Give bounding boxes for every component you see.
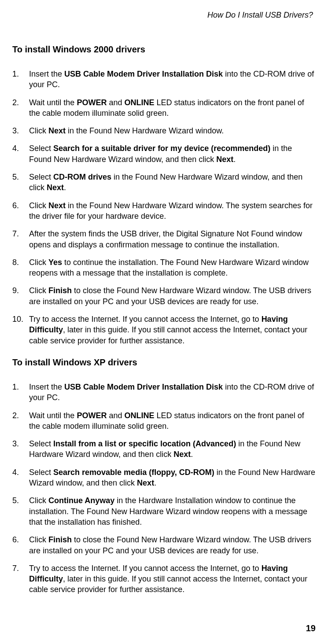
step-text: Click Next in the Found New Hardware Wiz… bbox=[29, 200, 316, 222]
step-number: 10. bbox=[12, 314, 29, 324]
step-text: Click Next in the Found New Hardware Wiz… bbox=[29, 125, 316, 136]
step-number: 5. bbox=[12, 495, 29, 506]
list-item: 1.Insert the USB Cable Modem Driver Inst… bbox=[12, 69, 316, 90]
step-number: 3. bbox=[12, 438, 29, 449]
step-text: Try to access the Internet. If you canno… bbox=[29, 314, 316, 346]
step-text: Insert the USB Cable Modem Driver Instal… bbox=[29, 382, 316, 403]
running-header: How Do I Install USB Drivers? bbox=[12, 11, 316, 20]
step-number: 3. bbox=[12, 125, 29, 136]
step-number: 2. bbox=[12, 410, 29, 421]
list-item: 7.Try to access the Internet. If you can… bbox=[12, 563, 316, 595]
list-item: 4.Select Search removable media (floppy,… bbox=[12, 467, 316, 489]
step-number: 7. bbox=[12, 228, 29, 239]
step-text: Wait until the POWER and ONLINE LED stat… bbox=[29, 410, 316, 432]
steps-list-winxp: 1.Insert the USB Cable Modem Driver Inst… bbox=[12, 382, 316, 595]
step-text: Click Continue Anyway in the Hardware In… bbox=[29, 495, 316, 527]
step-text: Click Yes to continue the installation. … bbox=[29, 257, 316, 279]
step-number: 2. bbox=[12, 97, 29, 108]
step-number: 5. bbox=[12, 172, 29, 182]
step-text: Wait until the POWER and ONLINE LED stat… bbox=[29, 97, 316, 119]
list-item: 7.After the system finds the USB driver,… bbox=[12, 228, 316, 250]
list-item: 5.Click Continue Anyway in the Hardware … bbox=[12, 495, 316, 527]
step-number: 4. bbox=[12, 143, 29, 154]
list-item: 5.Select CD-ROM drives in the Found New … bbox=[12, 172, 316, 193]
list-item: 6.Click Finish to close the Found New Ha… bbox=[12, 534, 316, 556]
page-number: 19 bbox=[306, 623, 316, 633]
list-item: 6.Click Next in the Found New Hardware W… bbox=[12, 200, 316, 222]
list-item: 9.Click Finish to close the Found New Ha… bbox=[12, 285, 316, 307]
step-text: Insert the USB Cable Modem Driver Instal… bbox=[29, 69, 316, 90]
step-number: 7. bbox=[12, 563, 29, 574]
section-heading-win2000: To install Windows 2000 drivers bbox=[12, 44, 316, 55]
step-number: 9. bbox=[12, 285, 29, 296]
list-item: 4.Select Search for a suitable driver fo… bbox=[12, 143, 316, 165]
step-text: Select Search removable media (floppy, C… bbox=[29, 467, 316, 489]
step-text: Select CD-ROM drives in the Found New Ha… bbox=[29, 172, 316, 193]
list-item: 3.Select Install from a list or specific… bbox=[12, 438, 316, 460]
step-number: 1. bbox=[12, 382, 29, 392]
step-text: Click Finish to close the Found New Hard… bbox=[29, 534, 316, 556]
step-number: 1. bbox=[12, 69, 29, 79]
list-item: 10.Try to access the Internet. If you ca… bbox=[12, 314, 316, 346]
step-number: 8. bbox=[12, 257, 29, 268]
step-text: Try to access the Internet. If you canno… bbox=[29, 563, 316, 595]
step-text: Select Search for a suitable driver for … bbox=[29, 143, 316, 165]
step-number: 6. bbox=[12, 534, 29, 545]
step-number: 4. bbox=[12, 467, 29, 478]
list-item: 2.Wait until the POWER and ONLINE LED st… bbox=[12, 410, 316, 432]
list-item: 2.Wait until the POWER and ONLINE LED st… bbox=[12, 97, 316, 119]
step-number: 6. bbox=[12, 200, 29, 211]
section-heading-winxp: To install Windows XP drivers bbox=[12, 357, 316, 368]
list-item: 8.Click Yes to continue the installation… bbox=[12, 257, 316, 279]
step-text: Select Install from a list or specific l… bbox=[29, 438, 316, 460]
list-item: 1.Insert the USB Cable Modem Driver Inst… bbox=[12, 382, 316, 403]
steps-list-win2000: 1.Insert the USB Cable Modem Driver Inst… bbox=[12, 69, 316, 346]
step-text: After the system finds the USB driver, t… bbox=[29, 228, 316, 250]
step-text: Click Finish to close the Found New Hard… bbox=[29, 285, 316, 307]
list-item: 3.Click Next in the Found New Hardware W… bbox=[12, 125, 316, 136]
